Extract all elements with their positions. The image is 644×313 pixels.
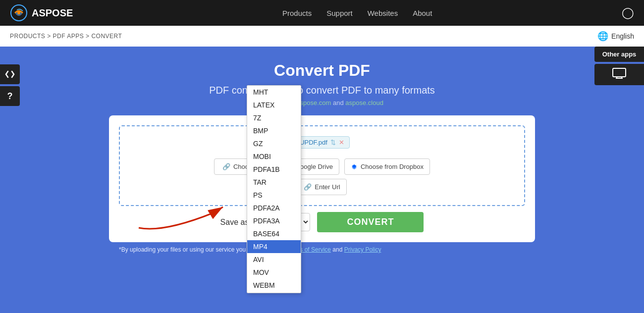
- dropdown-item-pdfa2a[interactable]: PDFA2A: [247, 202, 301, 214]
- url-action: 🔗 Enter Url: [297, 179, 346, 195]
- file-chip: UPDF.pdf ⇅ ✕: [294, 136, 350, 149]
- side-buttons: ?: [0, 64, 20, 106]
- svg-rect-2: [613, 68, 626, 77]
- nav-products[interactable]: Products: [282, 9, 312, 17]
- dropdown-item-ps[interactable]: PS: [247, 189, 301, 202]
- help-button[interactable]: ?: [0, 86, 20, 106]
- breadcrumb-convert: CONVERT: [91, 33, 122, 40]
- monitor-button[interactable]: [594, 64, 644, 85]
- dropdown-item-pdfa3a[interactable]: PDFA3A: [247, 214, 301, 227]
- svg-point-1: [17, 11, 20, 14]
- sort-arrows-icon: ⇅: [330, 139, 336, 146]
- dropdown-item-mov[interactable]: MOV: [247, 266, 301, 279]
- dropdown-item-latex[interactable]: LATEX: [247, 99, 301, 111]
- user-icon[interactable]: ◯: [622, 6, 634, 19]
- breadcrumb: PRODUCTS > PDF APPS > CONVERT: [10, 33, 122, 40]
- arrows-icon: [5, 70, 15, 78]
- upload-container: UPDF.pdf ⇅ ✕ 🔗 Choose file Google Drive: [109, 115, 535, 242]
- format-dropdown[interactable]: MHTLATEX7ZBMPGZMOBIPDFA1BTARPSPDFA2APDFA…: [247, 85, 301, 293]
- breadcrumb-products[interactable]: PRODUCTS: [10, 33, 45, 40]
- dropdown-item-pdfa1b[interactable]: PDFA1B: [247, 163, 301, 176]
- dropdown-item-webm[interactable]: WEBM: [247, 279, 301, 292]
- dropdown-item-mp4[interactable]: MP4: [247, 240, 301, 253]
- remove-file-icon[interactable]: ✕: [339, 139, 344, 146]
- convert-button[interactable]: CONVERT: [317, 212, 424, 232]
- dropdown-item-tar[interactable]: TAR: [247, 176, 301, 189]
- nav-right: ◯: [622, 6, 634, 19]
- dropdown-item-avi[interactable]: AVI: [247, 253, 301, 266]
- url-link-icon: 🔗: [304, 183, 312, 191]
- language-label: English: [611, 32, 634, 40]
- nav-support[interactable]: Support: [326, 9, 353, 17]
- nav-websites[interactable]: Websites: [368, 9, 398, 17]
- dropbox-icon: [351, 163, 358, 170]
- file-name: UPDF.pdf: [300, 139, 327, 146]
- save-as-label: Save as: [220, 218, 249, 227]
- privacy-link[interactable]: Privacy Policy: [344, 246, 381, 253]
- other-apps-panel: Other apps: [594, 47, 644, 85]
- drop-zone[interactable]: UPDF.pdf ⇅ ✕ 🔗 Choose file Google Drive: [119, 125, 525, 206]
- top-navigation: ASPOSE Products Support Websites About ◯: [0, 0, 644, 26]
- dropdown-item-7z[interactable]: 7Z: [247, 111, 301, 124]
- logo[interactable]: ASPOSE: [10, 4, 73, 22]
- dropdown-item-base64[interactable]: BASE64: [247, 227, 301, 240]
- nav-about[interactable]: About: [413, 9, 432, 17]
- other-apps-button[interactable]: Other apps: [594, 47, 644, 62]
- language-selector[interactable]: 🌐 English: [597, 31, 634, 42]
- convert-row: Save as DOCX DOC PDF PPTX XLSX HTML PNG …: [119, 212, 525, 232]
- aspose-com-link[interactable]: aspose.com: [296, 99, 331, 106]
- globe-icon: 🌐: [597, 31, 608, 42]
- nav-arrows-button[interactable]: [0, 64, 20, 84]
- logo-text: ASPOSE: [32, 7, 73, 19]
- enter-url-button[interactable]: 🔗 Enter Url: [297, 179, 346, 195]
- monitor-icon: [612, 68, 626, 79]
- link-icon: 🔗: [222, 163, 230, 170]
- nav-links: Products Support Websites About: [93, 9, 622, 17]
- page-title: Convert PDF: [10, 61, 634, 80]
- breadcrumb-pdf-apps[interactable]: PDF APPS: [53, 33, 84, 40]
- question-icon: ?: [7, 91, 13, 102]
- logo-icon: [10, 4, 28, 22]
- aspose-cloud-link[interactable]: aspose.cloud: [345, 99, 383, 106]
- dropdown-item-mobi[interactable]: MOBI: [247, 150, 301, 163]
- dropbox-button[interactable]: Choose from Dropbox: [344, 158, 430, 175]
- dropdown-item-mht[interactable]: MHT: [247, 86, 301, 99]
- dropdown-item-bmp[interactable]: BMP: [247, 124, 301, 137]
- page-subtitle: PDF converter app to convert PDF to many…: [10, 85, 634, 96]
- main-content: Convert PDF PDF converter app to convert…: [0, 47, 644, 267]
- dropdown-item-gz[interactable]: GZ: [247, 137, 301, 150]
- page-credit: Powered by aspose.com and aspose.cloud: [10, 99, 634, 106]
- dropdown-item-wmv[interactable]: WMV: [247, 292, 301, 293]
- tos-line: *By uploading your files or using our se…: [109, 246, 535, 253]
- breadcrumb-bar: PRODUCTS > PDF APPS > CONVERT 🌐 English: [0, 26, 644, 47]
